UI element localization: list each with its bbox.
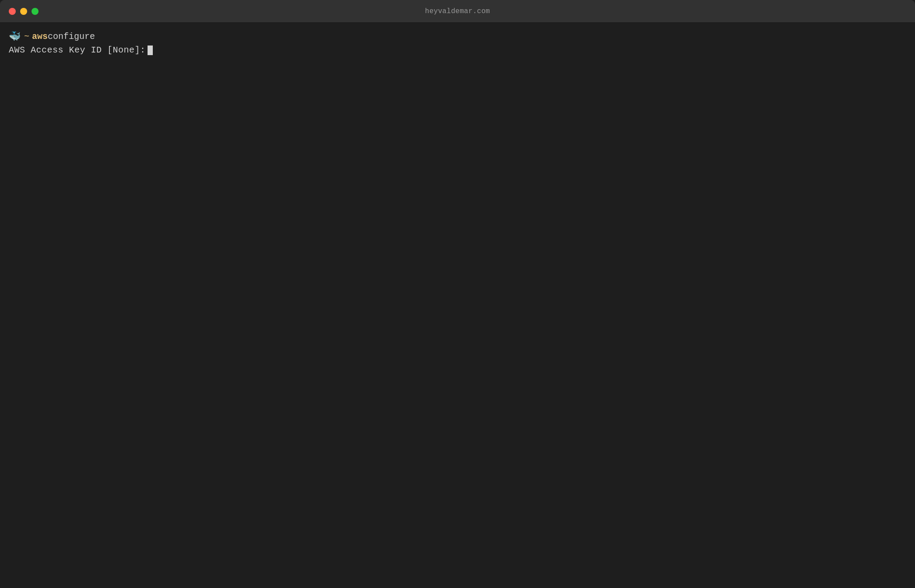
aws-access-key-prompt: AWS Access Key ID [None]: [9, 45, 146, 55]
close-button[interactable] [9, 8, 16, 15]
terminal-cursor [148, 46, 153, 55]
command-text: configure [48, 32, 95, 42]
minimize-button[interactable] [20, 8, 27, 15]
tilde-symbol: ~ [24, 32, 29, 42]
terminal-body[interactable]: 🐳 ~ aws configure AWS Access Key ID [Non… [0, 23, 915, 588]
window-title: heyvaldemar.com [425, 7, 490, 15]
maximize-button[interactable] [32, 8, 39, 15]
prompt-line: 🐳 ~ aws configure [9, 31, 906, 42]
whale-icon: 🐳 [9, 31, 21, 42]
terminal-window: heyvaldemar.com 🐳 ~ aws configure AWS Ac… [0, 0, 915, 588]
aws-keyword: aws [32, 32, 48, 42]
title-bar: heyvaldemar.com [0, 0, 915, 23]
traffic-lights [9, 8, 39, 15]
output-line: AWS Access Key ID [None]: [9, 45, 906, 55]
